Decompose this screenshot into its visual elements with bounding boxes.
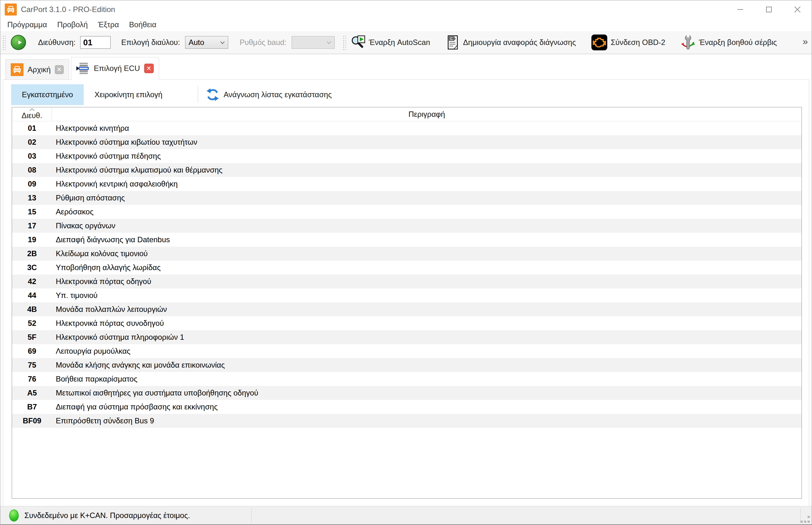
ecu-address: 09 — [12, 180, 52, 189]
ecu-address: 13 — [12, 194, 52, 202]
table-row[interactable]: 3C Υποβοήθηση αλλαγής λωρίδας — [12, 260, 801, 274]
maximize-button[interactable] — [755, 0, 783, 18]
menu-program[interactable]: Πρόγραμμα — [2, 18, 52, 31]
bus-select-value: Auto — [189, 38, 220, 47]
table-row[interactable]: 76 Βοήθεια παρκαρίσματος — [12, 372, 801, 386]
toolbar: Διεύθυνση: Επιλογή διαύλου: Auto Ρυθμός … — [0, 31, 812, 54]
subtab-installed-label: Εγκατεστημένο — [22, 90, 73, 99]
subtab-installed[interactable]: Εγκατεστημένο — [11, 84, 84, 105]
menu-extras[interactable]: Έξτρα — [93, 18, 124, 31]
ecu-description: Διεπαφή διάγνωσης για Datenbus — [52, 235, 801, 244]
table-row[interactable]: 52 Ηλεκτρονικά πόρτας συνοδηγού — [12, 316, 801, 330]
window-title: CarPort 3.1.0 - PRO-Edition — [21, 5, 115, 14]
table-row[interactable]: 4B Μονάδα πολλαπλών λειτουργιών — [12, 302, 801, 316]
tabstrip: Αρχική ✕ Επιλογή ECU ✕ — [0, 54, 812, 79]
table-row[interactable]: A5 Μετωπικοί αισθητήρες για συστήματα υπ… — [12, 386, 801, 400]
table-row[interactable]: 15 Αερόσακος — [12, 205, 801, 219]
ecu-description: Ηλεκτρονικά πόρτας οδηγού — [52, 277, 801, 286]
tab-home[interactable]: Αρχική ✕ — [5, 59, 69, 79]
go-button[interactable] — [11, 35, 26, 50]
service-assistant-label: Έναρξη βοηθού σέρβις — [699, 38, 777, 47]
table-row[interactable]: 08 Ηλεκτρονικό σύστημα κλιματισμού και θ… — [12, 163, 801, 177]
bus-select-label: Επιλογή διαύλου: — [121, 38, 180, 47]
diagnostic-report-button[interactable]: OBD Δημιουργία αναφοράς διάγνωσης — [445, 35, 576, 50]
close-button[interactable] — [783, 0, 812, 18]
tab-ecu-selection[interactable]: Επιλογή ECU ✕ — [71, 57, 159, 80]
table-row[interactable]: BF09 Επιπρόσθετη σύνδεση Bus 9 — [12, 414, 801, 428]
table-row[interactable]: 42 Ηλεκτρονικά πόρτας οδηγού — [12, 274, 801, 288]
table-row[interactable]: 19 Διεπαφή διάγνωσης για Datenbus — [12, 233, 801, 247]
subtab-bar: Εγκατεστημένο Χειροκίνητη επιλογή Ανάγνω… — [11, 84, 334, 105]
resize-grip[interactable] — [799, 516, 810, 523]
bus-select-dropdown[interactable]: Auto — [185, 36, 228, 49]
table-row[interactable]: 01 Ηλεκτρονικά κινητήρα — [12, 121, 801, 135]
svg-text:OBD: OBD — [450, 37, 456, 40]
ecu-address: 03 — [12, 152, 52, 161]
ecu-address: 3C — [12, 263, 52, 272]
titlebar: CarPort 3.1.0 - PRO-Edition — [0, 0, 812, 18]
ecu-list-icon — [76, 62, 90, 75]
ecu-address: 5F — [12, 333, 52, 342]
ecu-address: 19 — [12, 235, 52, 244]
table-header: Διευθ. Περιγραφή — [12, 107, 801, 121]
autoscan-magnifier-play-icon — [350, 35, 366, 50]
table-row[interactable]: 5F Ηλεκτρονικό σύστημα πληροφοριών 1 — [12, 330, 801, 344]
maximize-icon — [765, 6, 772, 13]
window-controls — [726, 0, 812, 18]
ecu-address: 02 — [12, 138, 52, 147]
table-row[interactable]: 02 Ηλεκτρονικό σύστημα κιβωτίου ταχυτήτω… — [12, 135, 801, 149]
app-window: CarPort 3.1.0 - PRO-Edition Πρόγραμμα Πρ… — [0, 0, 812, 525]
address-input[interactable] — [80, 36, 111, 49]
ecu-description: Αερόσακος — [52, 207, 801, 216]
table-row[interactable]: 09 Ηλεκτρονική κεντρική ασφαλειοθήκη — [12, 177, 801, 191]
autoscan-button[interactable]: Έναρξη AutoScan — [350, 35, 430, 50]
diagnostic-report-label: Δημιουργία αναφοράς διάγνωσης — [463, 38, 576, 47]
ecu-description: Ηλεκτρονικό σύστημα κλιματισμού και θέρμ… — [52, 166, 801, 175]
table-row[interactable]: 13 Ρύθμιση απόστασης — [12, 191, 801, 205]
column-header-description[interactable]: Περιγραφή — [52, 107, 801, 121]
obd2-connect-label: Σύνδεση OBD-2 — [611, 38, 665, 47]
autoscan-label: Έναρξη AutoScan — [369, 38, 430, 47]
app-logo-car-icon — [5, 3, 17, 16]
table-row[interactable]: 69 Λειτουργία ρυμούλκας — [12, 344, 801, 358]
ecu-description: Ηλεκτρονικό σύστημα κιβωτίου ταχυτήτων — [52, 138, 801, 147]
service-assistant-button[interactable]: Έναρξη βοηθού σέρβις — [680, 34, 777, 50]
ecu-description: Μονάδα πολλαπλών λειτουργιών — [52, 305, 801, 314]
ecu-address: 17 — [12, 221, 52, 230]
read-installation-list-button[interactable]: Ανάγνωση λίστας εγκατάστασης — [203, 84, 334, 105]
toolbar-gripper[interactable] — [342, 35, 346, 50]
subtab-manual-selection[interactable]: Χειροκίνητη επιλογή — [84, 84, 173, 105]
tab-home-close-icon[interactable]: ✕ — [55, 65, 64, 74]
statusbar-separator — [251, 508, 252, 523]
sort-ascending-icon — [29, 108, 34, 111]
ecu-description: Λειτουργία ρυμούλκας — [52, 347, 801, 356]
table-row[interactable]: 2B Κλείδωμα κολόνας τιμονιού — [12, 247, 801, 260]
minimize-button[interactable] — [726, 0, 755, 18]
ecu-address: 42 — [12, 277, 52, 286]
close-icon — [794, 6, 801, 13]
table-row[interactable]: 44 Υπ. τιμονιού — [12, 288, 801, 302]
tab-home-label: Αρχική — [28, 65, 51, 74]
baud-label: Ρυθμός baud: — [240, 38, 287, 47]
ecu-description: Ηλεκτρονική κεντρική ασφαλειοθήκη — [52, 180, 801, 189]
ecu-description: Πίνακας οργάνων — [52, 221, 801, 230]
toolbar-overflow-button[interactable]: » — [802, 36, 808, 47]
table-row[interactable]: 03 Ηλεκτρονικό σύστημα πέδησης — [12, 149, 801, 163]
ecu-description: Υπ. τιμονιού — [52, 291, 801, 300]
obd-report-icon: OBD — [445, 35, 460, 50]
read-installation-list-label: Ανάγνωση λίστας εγκατάστασης — [223, 90, 332, 99]
table-row[interactable]: B7 Διεπαφή για σύστημα πρόσβασης και εκκ… — [12, 400, 801, 414]
table-row[interactable]: 17 Πίνακας οργάνων — [12, 219, 801, 233]
connection-status-led-icon — [9, 509, 19, 522]
ecu-description: Διεπαφή για σύστημα πρόσβασης και εκκίνη… — [52, 403, 801, 411]
obd2-connect-button[interactable]: Σύνδεση OBD-2 — [591, 34, 665, 51]
column-header-address[interactable]: Διευθ. — [12, 107, 52, 121]
tab-ecu-close-icon[interactable]: ✕ — [144, 64, 154, 73]
menu-view[interactable]: Προβολή — [52, 18, 92, 31]
subtab-manual-label: Χειροκίνητη επιλογή — [95, 90, 162, 99]
toolbar-gripper[interactable] — [2, 35, 6, 50]
menu-help[interactable]: Βοήθεια — [124, 18, 161, 31]
column-header-description-label: Περιγραφή — [408, 110, 445, 119]
table-row[interactable]: 75 Μονάδα κλήσης ανάγκης και μονάδα επικ… — [12, 358, 801, 372]
service-wrench-icon — [680, 34, 696, 50]
